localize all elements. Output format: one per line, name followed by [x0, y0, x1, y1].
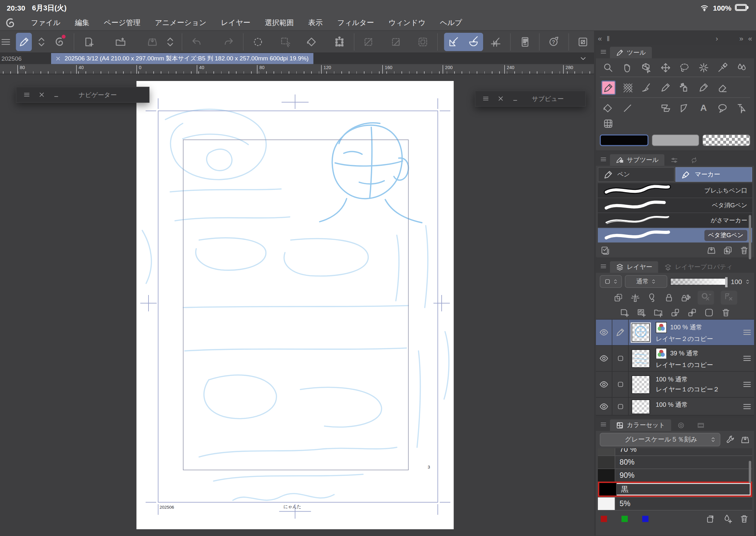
menu-filter[interactable]: フィルター: [337, 18, 374, 28]
help-button[interactable]: [546, 32, 562, 51]
lock-layer-icon[interactable]: [664, 293, 674, 303]
ruler-range-button[interactable]: [721, 291, 737, 305]
new-vector-layer-icon[interactable]: [636, 308, 646, 318]
tool-grid-mesh[interactable]: [599, 116, 618, 131]
layer-visibility-eye-icon[interactable]: [599, 353, 609, 364]
multi-select-icon[interactable]: [600, 245, 610, 255]
redo-button[interactable]: [221, 32, 237, 51]
clear-button[interactable]: [250, 32, 266, 51]
tool-hand[interactable]: [618, 60, 637, 75]
tool-text[interactable]: A: [694, 101, 713, 116]
layer-grip-icon[interactable]: [742, 327, 752, 338]
import-subtool-icon[interactable]: [706, 245, 717, 255]
background-tab[interactable]: 202506: [0, 55, 51, 62]
command-bar-menu-icon[interactable]: [0, 32, 12, 51]
panel-menu-icon[interactable]: [600, 48, 607, 55]
tool-pencil[interactable]: [656, 80, 675, 94]
mini-swatch-red[interactable]: [601, 516, 607, 522]
tool-balloon[interactable]: [713, 101, 732, 116]
tool-eyedropper[interactable]: [713, 60, 732, 75]
layer-checkbox-icon[interactable]: [616, 401, 624, 412]
layer-row[interactable]: 39 % 通常 レイヤー１のコピー: [596, 346, 754, 372]
duplicate-subtool-icon[interactable]: [723, 245, 733, 255]
fullscreen-button[interactable]: [575, 32, 591, 51]
tool-operate[interactable]: [637, 60, 656, 75]
subtool-group-marker[interactable]: マーカー: [676, 167, 752, 182]
tool-decoration[interactable]: [618, 80, 637, 94]
new-raster-layer-icon[interactable]: [619, 308, 630, 318]
intermediate-color-tab[interactable]: [671, 419, 691, 431]
brush-row-selected[interactable]: ベタ塗Gペン: [598, 228, 752, 243]
canvas-area[interactable]: 202506 にゃんた 3 ナビゲーター サブビュー: [0, 74, 594, 536]
expand-right-icon[interactable]: »: [739, 34, 743, 43]
menu-window[interactable]: ウィンドウ: [389, 18, 426, 28]
color-row[interactable]: 5%: [598, 497, 752, 510]
transfer-down-icon[interactable]: [687, 308, 697, 318]
menu-edit[interactable]: 編集: [75, 18, 89, 28]
mini-swatch-blue[interactable]: [642, 516, 649, 522]
menu-view[interactable]: 表示: [308, 18, 323, 28]
drag-handle-icon[interactable]: ‖: [607, 34, 610, 43]
save-options-stepper[interactable]: [165, 32, 176, 51]
tool-calligraphy[interactable]: [694, 80, 713, 94]
tool-correct-line[interactable]: [732, 101, 751, 116]
tool-pen-selected[interactable]: [601, 81, 616, 95]
subview-panel[interactable]: サブビュー: [475, 91, 586, 107]
color-set-preset-select[interactable]: グレースケール５％刻み: [600, 433, 720, 446]
color-list-scrollbar[interactable]: [749, 461, 751, 483]
brush-row[interactable]: がさマーカー: [598, 213, 752, 228]
opacity-stepper-icon[interactable]: [745, 276, 750, 286]
selection-area-button[interactable]: [415, 32, 431, 51]
layer-checkbox-icon[interactable]: [616, 380, 624, 390]
keyboard-button[interactable]: [517, 32, 533, 51]
panel-menu-icon[interactable]: [23, 91, 30, 99]
menu-page-manage[interactable]: ページ管理: [104, 18, 140, 28]
tool-fill[interactable]: [599, 101, 618, 116]
layer-visibility-eye-icon[interactable]: [599, 401, 609, 412]
tool-brush[interactable]: [637, 80, 656, 94]
open-file-button[interactable]: [113, 32, 128, 51]
color-history-tab[interactable]: [691, 419, 711, 431]
tool-eraser[interactable]: [713, 80, 732, 94]
panel-close-icon[interactable]: [497, 95, 505, 103]
menu-selection[interactable]: 選択範囲: [265, 18, 294, 28]
tool-auto-select[interactable]: [694, 60, 713, 75]
subtool-group-pen[interactable]: ペン: [598, 167, 675, 182]
transform-button[interactable]: [331, 32, 348, 51]
panel-menu-icon[interactable]: [600, 421, 607, 428]
edit-color-set-wrench-icon[interactable]: [725, 434, 736, 445]
draft-layer-icon[interactable]: [647, 293, 657, 303]
color-row[interactable]: 90%: [598, 469, 752, 482]
transparent-color-swatch[interactable]: [703, 135, 750, 146]
panel-close-icon[interactable]: [38, 91, 46, 99]
replace-color-icon[interactable]: [705, 514, 716, 524]
layer-panel-tab[interactable]: レイヤー: [610, 261, 658, 273]
menu-animation[interactable]: アニメーション: [155, 18, 207, 28]
tool-switch-stepper[interactable]: [36, 32, 47, 51]
panel-minimize-icon[interactable]: [53, 91, 60, 99]
tool-figure[interactable]: [618, 101, 637, 116]
tool-frame-border[interactable]: [656, 101, 675, 116]
tool-polygon[interactable]: [675, 101, 694, 116]
layer-row[interactable]: 100 % 通常: [596, 398, 754, 416]
color-row[interactable]: 80%: [598, 456, 752, 469]
brush-row[interactable]: ブレふちペン口: [598, 183, 752, 198]
sub-color-swatch-gray[interactable]: [652, 135, 700, 146]
layer-grip-icon[interactable]: [742, 353, 752, 364]
clip-studio-home-button[interactable]: [52, 32, 67, 51]
menu-layer[interactable]: レイヤー: [221, 18, 250, 28]
brush-list-scrollbar[interactable]: [749, 215, 751, 259]
close-tab-icon[interactable]: [55, 55, 61, 62]
next-icon[interactable]: ›: [715, 34, 718, 43]
manga-page[interactable]: 202506 にゃんた 3: [137, 81, 454, 529]
layer-grip-icon[interactable]: [742, 380, 752, 390]
mini-swatch-green[interactable]: [622, 516, 628, 522]
tool-property-tab[interactable]: [665, 154, 684, 166]
menu-file[interactable]: ファイル: [31, 18, 60, 28]
save-button[interactable]: [145, 32, 161, 51]
new-canvas-button[interactable]: [80, 32, 96, 51]
sync-tab[interactable]: [684, 154, 704, 166]
layer-checkbox-icon[interactable]: [616, 353, 624, 364]
layer-visibility-eye-icon[interactable]: [599, 327, 609, 338]
invert-selection-button[interactable]: [360, 32, 376, 51]
